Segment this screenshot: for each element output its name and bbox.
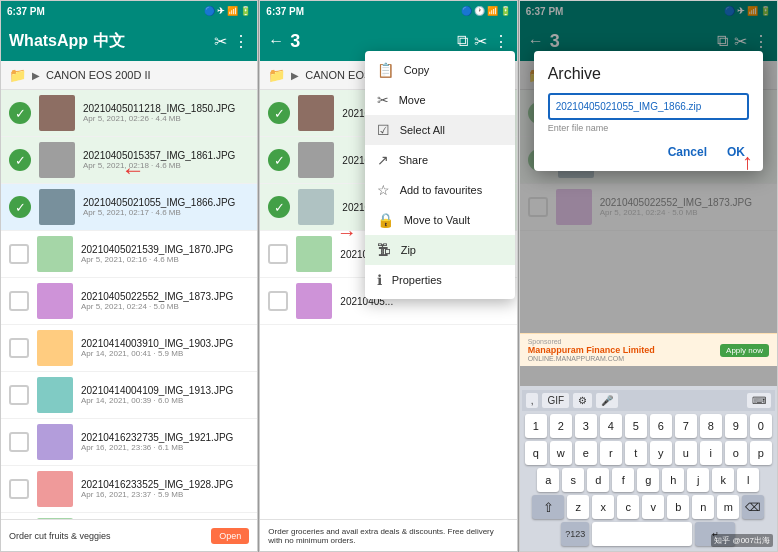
ad-content: Sponsored Manappuram Finance Limited ONL… (528, 338, 655, 362)
kb-key-q[interactable]: q (525, 441, 547, 465)
menu-vault[interactable]: 🔒 Move to Vault (365, 205, 515, 235)
kb-tool-gif[interactable]: GIF (542, 393, 569, 408)
menu-share[interactable]: ↗ Share (365, 145, 515, 175)
menu-properties[interactable]: ℹ Properties (365, 265, 515, 295)
kb-key-o[interactable]: o (725, 441, 747, 465)
file-item[interactable]: 20210405021539_IMG_1870.JPG Apr 5, 2021,… (1, 231, 257, 278)
selected-count-2: 3 (290, 31, 450, 52)
menu-favourites[interactable]: ☆ Add to favourites (365, 175, 515, 205)
kb-key-a[interactable]: a (537, 468, 559, 492)
back-icon-2[interactable]: ← (268, 32, 284, 50)
bottom-bar-2: Order groceries and avail extra deals & … (260, 519, 516, 551)
scissors-icon-1[interactable]: ✂ (214, 32, 227, 51)
file-thumb (296, 283, 332, 319)
file-thumb (298, 142, 334, 178)
kb-key-4[interactable]: 4 (600, 414, 622, 438)
kb-key-z[interactable]: z (567, 495, 589, 519)
file-item[interactable]: ✓ 20210405011218_IMG_1850.JPG Apr 5, 202… (1, 90, 257, 137)
file-item[interactable]: 20210414004109_IMG_1913.JPG Apr 14, 2021… (1, 372, 257, 419)
file-item[interactable]: 20210405022552_IMG_1873.JPG Apr 5, 2021,… (1, 278, 257, 325)
kb-tool-settings[interactable]: ⚙ (573, 393, 592, 408)
kb-key-0[interactable]: 0 (750, 414, 772, 438)
kb-key-p[interactable]: p (750, 441, 772, 465)
kb-key-m[interactable]: m (717, 495, 739, 519)
file-name: 20210414004109_IMG_1913.JPG (81, 385, 249, 396)
kb-key-k[interactable]: k (712, 468, 734, 492)
kb-space-key[interactable] (592, 522, 692, 546)
more-icon-1[interactable]: ⋮ (233, 32, 249, 51)
menu-move[interactable]: ✂ Move (365, 85, 515, 115)
kb-key-i[interactable]: i (700, 441, 722, 465)
file-item[interactable]: ✓ 20210405015357_IMG_1861.JPG Apr 5, 202… (1, 137, 257, 184)
kb-key-9[interactable]: 9 (725, 414, 747, 438)
scissors-icon-2[interactable]: ✂ (474, 32, 487, 51)
open-button-1[interactable]: Open (211, 528, 249, 544)
dialog-ok-button[interactable]: OK (723, 143, 749, 161)
menu-share-label: Share (399, 154, 428, 166)
menu-copy[interactable]: 📋 Copy (365, 55, 515, 85)
kb-shift-key[interactable]: ⇧ (532, 495, 564, 519)
vault-icon: 🔒 (377, 212, 394, 228)
signal-icon: 📶 (227, 6, 238, 16)
menu-properties-label: Properties (392, 274, 442, 286)
kb-key-t[interactable]: t (625, 441, 647, 465)
kb-key-e[interactable]: e (575, 441, 597, 465)
kb-key-d[interactable]: d (587, 468, 609, 492)
dialog-cancel-button[interactable]: Cancel (664, 143, 711, 161)
menu-zip[interactable]: 🗜 Zip (365, 235, 515, 265)
ad-apply-button[interactable]: Apply now (720, 344, 769, 357)
kb-key-r[interactable]: r (600, 441, 622, 465)
status-time-2: 6:37 PM (266, 6, 304, 17)
kb-key-b[interactable]: b (667, 495, 689, 519)
kb-key-h[interactable]: h (662, 468, 684, 492)
archive-filename-input[interactable] (548, 93, 749, 120)
menu-favourites-label: Add to favourites (400, 184, 483, 196)
kb-key-x[interactable]: x (592, 495, 614, 519)
file-item[interactable]: ✓ 20210405021055_IMG_1866.JPG Apr 5, 202… (1, 184, 257, 231)
folder-row-1[interactable]: 📁 ▶ CANON EOS 200D II (1, 61, 257, 90)
file-name: 20210405021055_IMG_1866.JPG (83, 197, 249, 208)
properties-icon: ℹ (377, 272, 382, 288)
chevron-icon-1: ▶ (32, 70, 40, 81)
file-item[interactable]: 20210416233525_IMG_1928.JPG Apr 16, 2021… (1, 466, 257, 513)
kb-key-f[interactable]: f (612, 468, 634, 492)
file-name: 20210416233525_IMG_1928.JPG (81, 479, 249, 490)
copy-icon: 📋 (377, 62, 394, 78)
kb-key-2[interactable]: 2 (550, 414, 572, 438)
file-item[interactable]: 20210414003910_IMG_1903.JPG Apr 14, 2021… (1, 325, 257, 372)
more-icon-2[interactable]: ⋮ (493, 32, 509, 51)
kb-key-u[interactable]: u (675, 441, 697, 465)
file-info: 20210414004109_IMG_1913.JPG Apr 14, 2021… (81, 385, 249, 405)
kb-key-c[interactable]: c (617, 495, 639, 519)
menu-copy-label: Copy (404, 64, 430, 76)
kb-key-7[interactable]: 7 (675, 414, 697, 438)
kb-key-g[interactable]: g (637, 468, 659, 492)
file-meta: Apr 14, 2021, 00:41 · 5.9 MB (81, 349, 249, 358)
file-meta: Apr 16, 2021, 23:37 · 5.9 MB (81, 490, 249, 499)
copy-icon-2[interactable]: ⧉ (457, 32, 468, 50)
kb-tool-comma[interactable]: , (526, 393, 539, 408)
file-item[interactable]: 20210515152219_IMG_2026.JPG May 16, 2021… (1, 513, 257, 519)
menu-select-all[interactable]: ☑ Select All (365, 115, 515, 145)
kb-sym-key[interactable]: ?123 (561, 522, 589, 546)
file-item[interactable]: 20210416232735_IMG_1921.JPG Apr 16, 2021… (1, 419, 257, 466)
kb-key-v[interactable]: v (642, 495, 664, 519)
folder-icon-1: 📁 (9, 67, 26, 83)
kb-key-n[interactable]: n (692, 495, 714, 519)
kb-key-1[interactable]: 1 (525, 414, 547, 438)
kb-key-3[interactable]: 3 (575, 414, 597, 438)
panel-2: 6:37 PM 🔵 🕐 📶 🔋 ← 3 ⧉ ✂ ⋮ 📁 ▶ CANON EOS.… (259, 0, 517, 552)
kb-tool-hide[interactable]: ⌨ (747, 393, 771, 408)
kb-key-j[interactable]: j (687, 468, 709, 492)
file-thumb (37, 283, 73, 319)
kb-key-s[interactable]: s (562, 468, 584, 492)
kb-tool-mic[interactable]: 🎤 (596, 393, 618, 408)
kb-key-8[interactable]: 8 (700, 414, 722, 438)
kb-delete-key[interactable]: ⌫ (742, 495, 764, 519)
kb-key-w[interactable]: w (550, 441, 572, 465)
kb-key-6[interactable]: 6 (650, 414, 672, 438)
kb-key-5[interactable]: 5 (625, 414, 647, 438)
kb-key-l[interactable]: l (737, 468, 759, 492)
kb-key-y[interactable]: y (650, 441, 672, 465)
select-all-icon: ☑ (377, 122, 390, 138)
